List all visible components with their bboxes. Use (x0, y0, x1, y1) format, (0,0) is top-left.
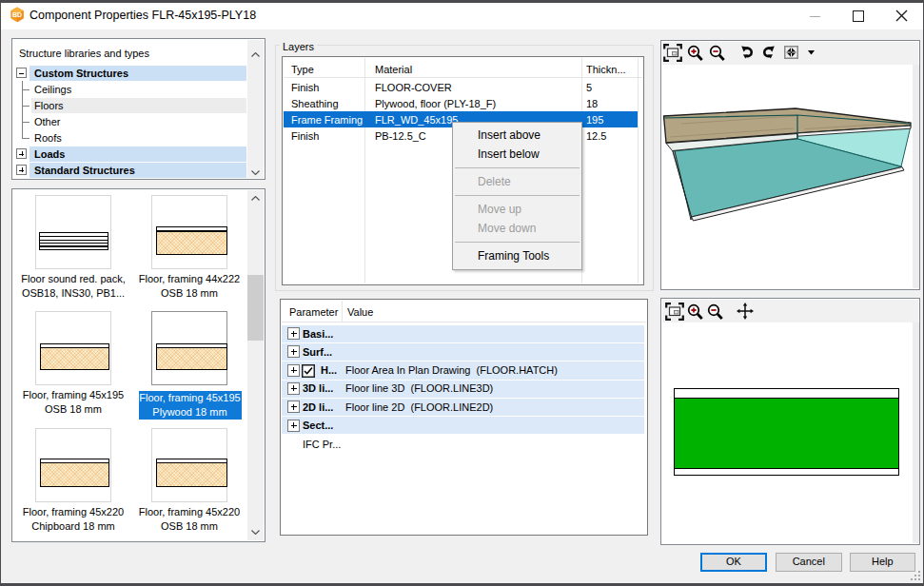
svg-text:BD: BD (12, 11, 22, 18)
